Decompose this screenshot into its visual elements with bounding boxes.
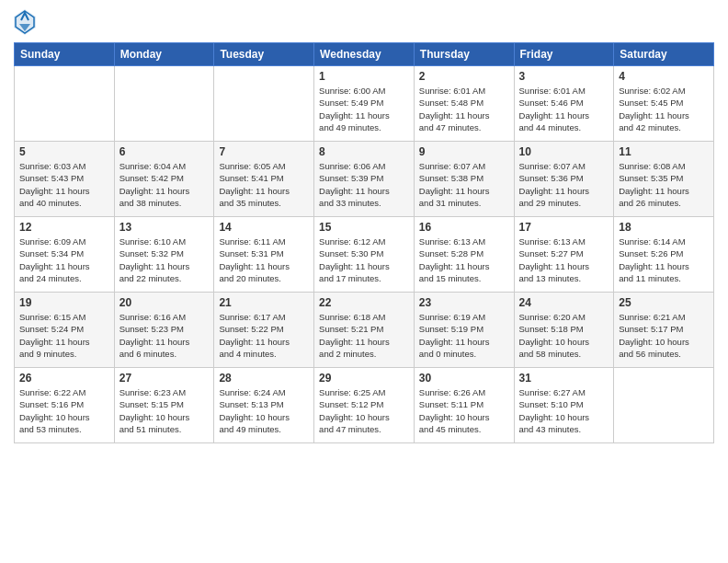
day-cell-25: 25Sunrise: 6:21 AMSunset: 5:17 PMDayligh…: [614, 293, 714, 368]
day-info: Sunrise: 6:09 AMSunset: 5:34 PMDaylight:…: [19, 236, 109, 284]
day-cell-26: 26Sunrise: 6:22 AMSunset: 5:16 PMDayligh…: [15, 368, 115, 443]
day-number: 4: [619, 70, 709, 83]
day-info: Sunrise: 6:15 AMSunset: 5:24 PMDaylight:…: [19, 311, 109, 360]
empty-cell: [114, 66, 214, 142]
day-cell-8: 8Sunrise: 6:06 AMSunset: 5:39 PMDaylight…: [314, 142, 415, 217]
header: [14, 9, 714, 35]
week-row-1: 1Sunrise: 6:00 AMSunset: 5:49 PMDaylight…: [15, 66, 714, 142]
day-cell-2: 2Sunrise: 6:01 AMSunset: 5:48 PMDaylight…: [414, 66, 514, 142]
day-info: Sunrise: 6:03 AMSunset: 5:43 PMDaylight:…: [19, 160, 109, 209]
day-number: 28: [219, 372, 309, 385]
day-cell-16: 16Sunrise: 6:13 AMSunset: 5:28 PMDayligh…: [414, 217, 514, 293]
day-info: Sunrise: 6:18 AMSunset: 5:21 PMDaylight:…: [319, 311, 409, 360]
day-number: 8: [319, 145, 409, 158]
day-info: Sunrise: 6:05 AMSunset: 5:41 PMDaylight:…: [219, 160, 309, 209]
day-cell-6: 6Sunrise: 6:04 AMSunset: 5:42 PMDaylight…: [114, 142, 214, 217]
calendar-table: SundayMondayTuesdayWednesdayThursdayFrid…: [14, 42, 714, 443]
day-info: Sunrise: 6:25 AMSunset: 5:12 PMDaylight:…: [319, 386, 409, 435]
day-number: 22: [319, 296, 409, 309]
day-number: 2: [419, 70, 509, 83]
day-number: 10: [519, 145, 609, 158]
day-cell-17: 17Sunrise: 6:13 AMSunset: 5:27 PMDayligh…: [514, 217, 614, 293]
day-number: 6: [119, 145, 210, 158]
day-info: Sunrise: 6:02 AMSunset: 5:45 PMDaylight:…: [619, 85, 709, 133]
week-row-5: 26Sunrise: 6:22 AMSunset: 5:16 PMDayligh…: [15, 368, 714, 443]
day-info: Sunrise: 6:07 AMSunset: 5:38 PMDaylight:…: [419, 160, 509, 209]
empty-cell: [214, 66, 314, 142]
weekday-header-saturday: Saturday: [614, 43, 714, 66]
day-number: 16: [419, 221, 509, 234]
day-number: 9: [419, 145, 509, 158]
day-info: Sunrise: 6:16 AMSunset: 5:23 PMDaylight:…: [119, 311, 210, 360]
day-info: Sunrise: 6:07 AMSunset: 5:36 PMDaylight:…: [519, 160, 609, 209]
day-number: 12: [19, 221, 109, 234]
day-info: Sunrise: 6:20 AMSunset: 5:18 PMDaylight:…: [519, 311, 609, 360]
day-info: Sunrise: 6:06 AMSunset: 5:39 PMDaylight:…: [319, 160, 409, 209]
day-number: 31: [519, 372, 609, 385]
day-info: Sunrise: 6:10 AMSunset: 5:32 PMDaylight:…: [119, 236, 210, 284]
day-info: Sunrise: 6:12 AMSunset: 5:30 PMDaylight:…: [319, 236, 409, 284]
day-info: Sunrise: 6:13 AMSunset: 5:28 PMDaylight:…: [419, 236, 509, 284]
day-number: 3: [519, 70, 609, 83]
day-cell-12: 12Sunrise: 6:09 AMSunset: 5:34 PMDayligh…: [15, 217, 115, 293]
day-info: Sunrise: 6:17 AMSunset: 5:22 PMDaylight:…: [219, 311, 309, 360]
day-number: 26: [19, 372, 109, 385]
day-info: Sunrise: 6:21 AMSunset: 5:17 PMDaylight:…: [619, 311, 709, 360]
week-row-4: 19Sunrise: 6:15 AMSunset: 5:24 PMDayligh…: [15, 293, 714, 368]
day-cell-13: 13Sunrise: 6:10 AMSunset: 5:32 PMDayligh…: [114, 217, 214, 293]
empty-cell: [15, 66, 115, 142]
day-cell-15: 15Sunrise: 6:12 AMSunset: 5:30 PMDayligh…: [314, 217, 415, 293]
day-number: 11: [619, 145, 709, 158]
day-cell-31: 31Sunrise: 6:27 AMSunset: 5:10 PMDayligh…: [514, 368, 614, 443]
weekday-header-wednesday: Wednesday: [314, 43, 415, 66]
day-number: 27: [119, 372, 210, 385]
day-info: Sunrise: 6:04 AMSunset: 5:42 PMDaylight:…: [119, 160, 210, 209]
day-number: 30: [419, 372, 509, 385]
day-number: 1: [319, 70, 409, 83]
day-cell-9: 9Sunrise: 6:07 AMSunset: 5:38 PMDaylight…: [414, 142, 514, 217]
day-info: Sunrise: 6:23 AMSunset: 5:15 PMDaylight:…: [119, 386, 210, 435]
day-number: 21: [219, 296, 309, 309]
day-number: 20: [119, 296, 210, 309]
day-number: 14: [219, 221, 309, 234]
day-info: Sunrise: 6:01 AMSunset: 5:46 PMDaylight:…: [519, 85, 609, 133]
day-cell-19: 19Sunrise: 6:15 AMSunset: 5:24 PMDayligh…: [15, 293, 115, 368]
day-cell-14: 14Sunrise: 6:11 AMSunset: 5:31 PMDayligh…: [214, 217, 314, 293]
day-cell-22: 22Sunrise: 6:18 AMSunset: 5:21 PMDayligh…: [314, 293, 415, 368]
day-number: 13: [119, 221, 210, 234]
day-number: 7: [219, 145, 309, 158]
day-info: Sunrise: 6:19 AMSunset: 5:19 PMDaylight:…: [419, 311, 509, 360]
week-row-3: 12Sunrise: 6:09 AMSunset: 5:34 PMDayligh…: [15, 217, 714, 293]
day-cell-18: 18Sunrise: 6:14 AMSunset: 5:26 PMDayligh…: [614, 217, 714, 293]
day-info: Sunrise: 6:26 AMSunset: 5:11 PMDaylight:…: [419, 386, 509, 435]
day-cell-27: 27Sunrise: 6:23 AMSunset: 5:15 PMDayligh…: [114, 368, 214, 443]
day-number: 29: [319, 372, 409, 385]
day-cell-28: 28Sunrise: 6:24 AMSunset: 5:13 PMDayligh…: [214, 368, 314, 443]
empty-cell: [614, 368, 714, 443]
day-number: 17: [519, 221, 609, 234]
page: SundayMondayTuesdayWednesdayThursdayFrid…: [0, 0, 728, 563]
day-cell-30: 30Sunrise: 6:26 AMSunset: 5:11 PMDayligh…: [414, 368, 514, 443]
day-info: Sunrise: 6:27 AMSunset: 5:10 PMDaylight:…: [519, 386, 609, 435]
day-number: 25: [619, 296, 709, 309]
weekday-header-monday: Monday: [114, 43, 214, 66]
day-number: 19: [19, 296, 109, 309]
day-number: 15: [319, 221, 409, 234]
day-number: 24: [519, 296, 609, 309]
day-info: Sunrise: 6:11 AMSunset: 5:31 PMDaylight:…: [219, 236, 309, 284]
week-row-2: 5Sunrise: 6:03 AMSunset: 5:43 PMDaylight…: [15, 142, 714, 217]
logo-icon: [14, 9, 36, 35]
day-number: 23: [419, 296, 509, 309]
day-cell-11: 11Sunrise: 6:08 AMSunset: 5:35 PMDayligh…: [614, 142, 714, 217]
weekday-header-friday: Friday: [514, 43, 614, 66]
day-cell-29: 29Sunrise: 6:25 AMSunset: 5:12 PMDayligh…: [314, 368, 415, 443]
weekday-header-sunday: Sunday: [15, 43, 115, 66]
day-number: 5: [19, 145, 109, 158]
day-cell-1: 1Sunrise: 6:00 AMSunset: 5:49 PMDaylight…: [314, 66, 415, 142]
weekday-header-row: SundayMondayTuesdayWednesdayThursdayFrid…: [15, 43, 714, 66]
day-info: Sunrise: 6:08 AMSunset: 5:35 PMDaylight:…: [619, 160, 709, 209]
day-info: Sunrise: 6:22 AMSunset: 5:16 PMDaylight:…: [19, 386, 109, 435]
day-cell-10: 10Sunrise: 6:07 AMSunset: 5:36 PMDayligh…: [514, 142, 614, 217]
day-cell-24: 24Sunrise: 6:20 AMSunset: 5:18 PMDayligh…: [514, 293, 614, 368]
day-cell-21: 21Sunrise: 6:17 AMSunset: 5:22 PMDayligh…: [214, 293, 314, 368]
